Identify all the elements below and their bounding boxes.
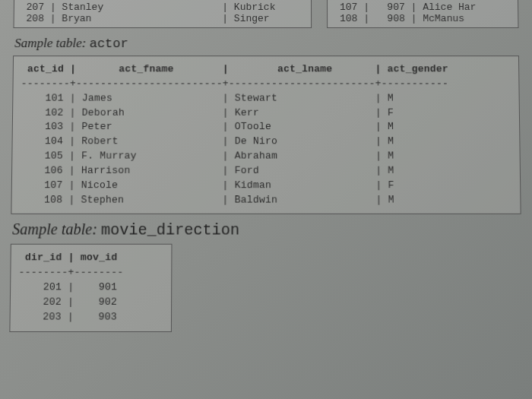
page-content: 207 | Stanley | Kubrick 208 | Bryan | Si… bbox=[0, 0, 532, 332]
fragment-left-box: 207 | Stanley | Kubrick 208 | Bryan | Si… bbox=[14, 0, 312, 28]
movdir-section-title: Sample table: movie_direction bbox=[12, 221, 521, 240]
actor-table-divider: --------+------------------------+------… bbox=[21, 78, 449, 89]
title-prefix: Sample table bbox=[14, 36, 82, 50]
title-name: movie_direction bbox=[101, 222, 239, 240]
table-row: 108 | Stephen | Baldwin | M bbox=[20, 194, 394, 205]
fragment-right-row: 107 | 907 | Alice Har bbox=[334, 2, 511, 13]
table-row: 102 | Deborah | Kerr | F bbox=[21, 106, 394, 118]
table-row: 107 | Nicole | Kidman | F bbox=[20, 179, 394, 191]
table-row: 202 | 902 bbox=[18, 296, 117, 308]
table-row: 105 | F. Murray | Abraham | M bbox=[20, 150, 394, 161]
table-row: 203 | 903 bbox=[18, 311, 117, 322]
table-row: 104 | Robert | De Niro | M bbox=[21, 135, 394, 147]
fragment-left-row: 207 | Stanley | Kubrick bbox=[21, 2, 305, 13]
actor-section-title: Sample table: actor bbox=[14, 36, 519, 51]
movie-direction-table: dir_id | mov_id --------+-------- 201 | … bbox=[9, 244, 172, 331]
table-row: 101 | James | Stewart | M bbox=[21, 92, 394, 103]
title-name: actor bbox=[90, 36, 128, 51]
table-row: 103 | Peter | OToole | M bbox=[21, 121, 394, 132]
title-prefix: Sample table bbox=[12, 221, 92, 239]
fragment-right-box: 107 | 907 | Alice Har 108 | 908 | McManu… bbox=[327, 0, 518, 28]
fragment-right-row: 108 | 908 | McManus bbox=[334, 13, 511, 24]
top-fragments: 207 | Stanley | Kubrick 208 | Bryan | Si… bbox=[14, 0, 519, 28]
actor-table: act_id | act_fname | act_lname | act_gen… bbox=[11, 55, 521, 214]
actor-table-header: act_id | act_fname | act_lname | act_gen… bbox=[21, 63, 448, 74]
movdir-table-divider: --------+-------- bbox=[18, 267, 123, 278]
table-row: 106 | Harrison | Ford | M bbox=[20, 165, 394, 176]
fragment-left-row: 208 | Bryan | Singer bbox=[21, 13, 306, 24]
table-row: 201 | 901 bbox=[18, 281, 117, 293]
movdir-table-header: dir_id | mov_id bbox=[19, 252, 118, 263]
